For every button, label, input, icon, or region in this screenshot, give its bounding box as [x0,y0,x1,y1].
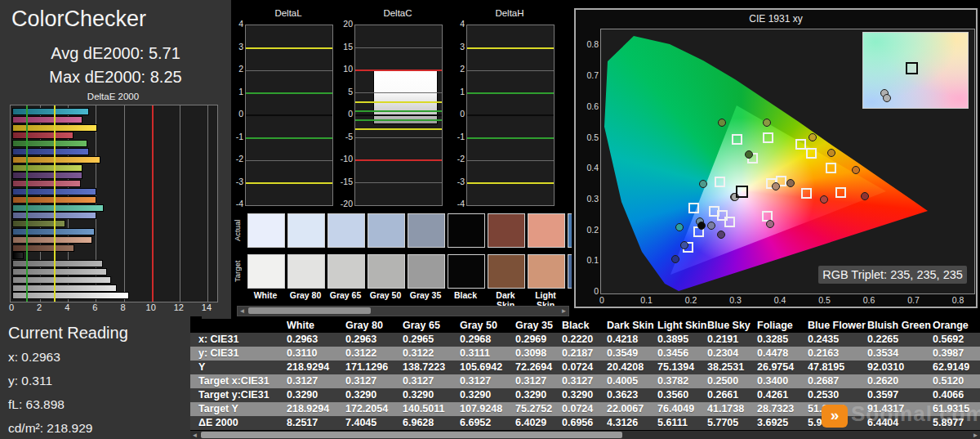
table-cell: 218.9294 [287,361,345,374]
ref-line [246,137,332,139]
gridline [124,105,125,302]
table-cell: 0.3111 [460,347,515,361]
table-cell: 22.0067 [607,402,657,416]
ref-line-10 [152,105,154,302]
max-de2000-label: Max dE2000: 8.25 [0,68,231,87]
swatch-scrollbar[interactable]: ◄► [237,306,569,316]
actual-swatch-2 [327,213,365,248]
target-swatch-3 [368,254,405,289]
y-tick-label: 0 [442,109,465,119]
cie-target-square-marker [763,132,773,143]
table-header-cell: Dark Skin [607,319,657,333]
table-cell: 0.4218 [607,333,657,347]
scroll-left-arrow-icon[interactable]: ◄ [238,307,247,316]
y-tick-label: -1 [442,132,465,141]
inset-measured-circle [883,94,891,102]
table-cell: 0.3285 [757,333,808,347]
table-cell: 7.4045 [345,416,403,430]
deltac-plot [354,25,443,206]
cie-measured-circle-marker [671,255,679,263]
table-cell: 0.3782 [657,374,707,388]
x-tick-label: 6 [85,302,105,312]
ref-line [467,70,554,71]
table-cell: 0.3290 [460,388,515,402]
table-cell: 0.2191 [707,333,757,347]
inset-target-square [906,62,918,74]
cie-target-square-marker [715,177,725,187]
de-bar-red [12,132,74,139]
actual-swatch-4 [408,213,445,248]
target-swatch-2 [327,254,365,289]
cie-measured-circle-marker [718,119,726,127]
de-bar-light-skin [12,236,92,244]
y-tick-label: -1 [220,132,243,141]
de-bar-yellow-green [12,164,82,172]
page-title: ColorChecker [11,7,146,32]
de-bar-black [12,252,24,259]
scroll-right-arrow-icon[interactable]: ► [971,431,980,439]
ref-line-1 [26,105,28,302]
cie-target-square-marker [732,134,742,145]
cie-measured-circle-marker [675,223,684,231]
current-reading-title: Current Reading [8,324,128,343]
cie-target-square-marker [724,217,735,227]
table-cell: 0.3127 [287,374,345,388]
table-cell: 75.1394 [657,361,707,374]
de-bar-blue [12,148,89,155]
target-swatch-7 [528,254,565,289]
table-header-cell: Gray 80 [345,319,403,333]
ref-line-3 [54,105,56,302]
table-header-cell: Blue Flower [808,319,867,333]
cie-x-tick-label: 0.5 [815,295,835,305]
table-cell: 0.5692 [933,333,973,347]
scroll-right-arrow-icon[interactable]: ► [559,307,568,316]
target-swatch-0 [247,254,285,289]
y-tick-label: -10 [330,154,353,164]
ref-line [467,182,554,184]
actual-swatch-1 [287,213,325,248]
table-cell: 138.7223 [403,361,460,374]
swatch-column-label: Gray 50 [367,290,404,300]
table-cell: 0.3290 [287,388,345,402]
de-bar-dark-skin [12,244,74,252]
table-scrollbar-thumb[interactable] [201,432,622,438]
table-row-label: ΔE 2000 [190,416,287,430]
swatch-column-label: Gray 80 [287,290,324,300]
table-cell: 0.2187 [562,347,607,361]
table-cell: 0.4005 [607,374,657,388]
table-cell: 6.9628 [403,416,460,430]
table-cell: 0.3122 [345,347,403,361]
table-cell: 4.3126 [607,416,657,430]
cie-x-tick-label: 0.3 [726,295,746,305]
table-scrollbar[interactable]: ◄ ► [190,431,980,439]
swatch-row-label: Actual [233,213,244,248]
table-cell: 0.3560 [657,388,707,402]
de-bar-magenta [12,116,82,123]
table-cell: 5.8977 [933,416,973,430]
swatch-scrollbar-thumb[interactable] [248,307,371,314]
y-tick-label: 10 [330,64,353,74]
table-cell: 0.2265 [867,333,933,347]
gridline [207,105,208,302]
y-tick-label: -4 [442,199,465,208]
table-cell: 140.5011 [403,402,460,416]
table-cell: 91.4317 [867,402,933,416]
cie-y-tick-label: 0.6 [577,101,599,111]
target-swatch-4 [408,254,445,289]
table-cell: 0.2963 [287,333,345,347]
ref-line [467,137,554,139]
table-row-label: Y [190,361,287,374]
y-tick-label: 4 [442,19,465,29]
table-row: ΔE 20008.25177.40456.96286.69526.40290.6… [190,416,980,430]
table-cell: 0.2435 [808,333,867,347]
ref-line [355,110,442,112]
ref-line [355,92,442,93]
y-tick-label: 1 [442,87,465,96]
scroll-left-arrow-icon[interactable]: ◄ [190,431,199,439]
table-cell: 171.1296 [345,361,403,374]
cie-1931-panel: CIE 1931 xy RGB Triplet: 235, 235, 235 0… [574,8,978,308]
cie-x-tick-label: 0.6 [859,295,879,305]
target-swatch-1 [287,254,325,289]
target-swatch-5 [448,254,485,289]
cie-measured-circle-marker [827,149,835,157]
